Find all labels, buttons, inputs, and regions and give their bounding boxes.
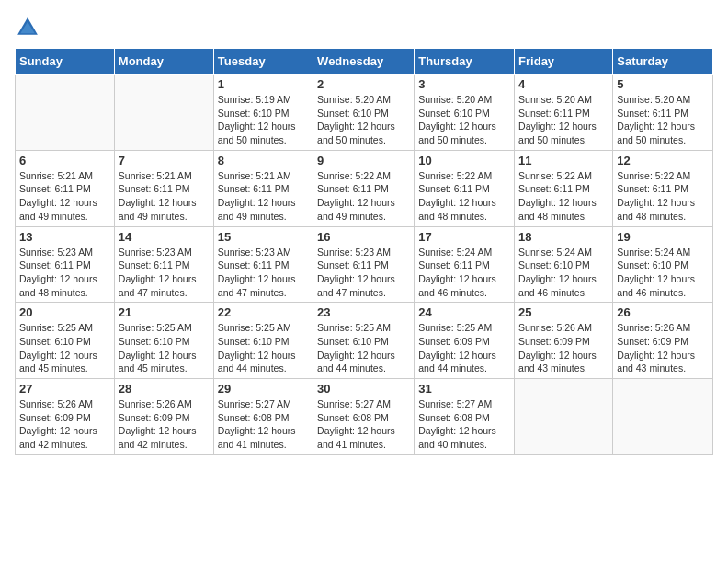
day-number: 28: [119, 382, 210, 396]
day-cell: 26Sunrise: 5:26 AMSunset: 6:09 PMDayligh…: [613, 303, 713, 379]
day-cell: [515, 379, 613, 455]
week-row-0: 1Sunrise: 5:19 AMSunset: 6:10 PMDaylight…: [16, 75, 713, 151]
day-number: 31: [418, 382, 510, 396]
day-cell: [613, 379, 713, 455]
day-cell: 3Sunrise: 5:20 AMSunset: 6:10 PMDaylight…: [415, 75, 515, 151]
day-info: Sunrise: 5:26 AMSunset: 6:09 PMDaylight:…: [518, 321, 609, 375]
day-info: Sunrise: 5:25 AMSunset: 6:10 PMDaylight:…: [317, 321, 410, 375]
week-row-4: 27Sunrise: 5:26 AMSunset: 6:09 PMDayligh…: [16, 379, 713, 455]
day-number: 21: [119, 305, 210, 319]
day-info: Sunrise: 5:20 AMSunset: 6:10 PMDaylight:…: [418, 93, 510, 147]
day-cell: 22Sunrise: 5:25 AMSunset: 6:10 PMDayligh…: [213, 303, 313, 379]
day-number: 9: [317, 154, 410, 167]
day-cell: 14Sunrise: 5:23 AMSunset: 6:11 PMDayligh…: [114, 226, 213, 303]
day-cell: 20Sunrise: 5:25 AMSunset: 6:10 PMDayligh…: [16, 303, 115, 379]
day-cell: [16, 75, 115, 151]
week-row-1: 6Sunrise: 5:21 AMSunset: 6:11 PMDaylight…: [16, 150, 713, 226]
day-cell: 18Sunrise: 5:24 AMSunset: 6:10 PMDayligh…: [515, 226, 613, 303]
day-number: 19: [617, 230, 709, 244]
day-cell: 27Sunrise: 5:26 AMSunset: 6:09 PMDayligh…: [16, 379, 115, 455]
day-info: Sunrise: 5:26 AMSunset: 6:09 PMDaylight:…: [617, 321, 709, 375]
day-number: 26: [617, 305, 709, 319]
day-cell: 17Sunrise: 5:24 AMSunset: 6:11 PMDayligh…: [415, 226, 515, 303]
day-number: 24: [418, 305, 510, 319]
day-cell: 9Sunrise: 5:22 AMSunset: 6:11 PMDaylight…: [313, 150, 415, 226]
calendar-table: SundayMondayTuesdayWednesdayThursdayFrid…: [15, 48, 713, 455]
day-number: 18: [518, 230, 609, 244]
header-row: SundayMondayTuesdayWednesdayThursdayFrid…: [16, 49, 713, 75]
day-cell: 8Sunrise: 5:21 AMSunset: 6:11 PMDaylight…: [213, 150, 313, 226]
day-info: Sunrise: 5:27 AMSunset: 6:08 PMDaylight:…: [218, 397, 309, 452]
page-header: [15, 15, 713, 40]
day-cell: 30Sunrise: 5:27 AMSunset: 6:08 PMDayligh…: [313, 379, 415, 455]
day-number: 8: [218, 154, 309, 167]
day-number: 27: [19, 382, 110, 396]
day-cell: 25Sunrise: 5:26 AMSunset: 6:09 PMDayligh…: [515, 303, 613, 379]
header-monday: Monday: [114, 49, 213, 75]
day-number: 29: [218, 382, 309, 396]
day-info: Sunrise: 5:27 AMSunset: 6:08 PMDaylight:…: [418, 397, 510, 452]
logo: [15, 15, 44, 40]
day-info: Sunrise: 5:21 AMSunset: 6:11 PMDaylight:…: [218, 169, 309, 224]
day-info: Sunrise: 5:23 AMSunset: 6:11 PMDaylight:…: [119, 246, 210, 300]
day-info: Sunrise: 5:25 AMSunset: 6:10 PMDaylight:…: [19, 321, 110, 375]
day-info: Sunrise: 5:25 AMSunset: 6:10 PMDaylight:…: [218, 321, 309, 375]
day-cell: 28Sunrise: 5:26 AMSunset: 6:09 PMDayligh…: [114, 379, 213, 455]
calendar-header: SundayMondayTuesdayWednesdayThursdayFrid…: [16, 49, 713, 75]
day-number: 23: [317, 305, 410, 319]
day-cell: 23Sunrise: 5:25 AMSunset: 6:10 PMDayligh…: [313, 303, 415, 379]
day-number: 12: [617, 154, 709, 167]
day-cell: 29Sunrise: 5:27 AMSunset: 6:08 PMDayligh…: [213, 379, 313, 455]
day-number: 25: [518, 305, 609, 319]
day-cell: 10Sunrise: 5:22 AMSunset: 6:11 PMDayligh…: [415, 150, 515, 226]
day-info: Sunrise: 5:26 AMSunset: 6:09 PMDaylight:…: [119, 397, 210, 452]
day-number: 30: [317, 382, 410, 396]
day-number: 1: [218, 77, 309, 91]
day-number: 3: [418, 77, 510, 91]
day-number: 11: [518, 154, 609, 167]
day-info: Sunrise: 5:24 AMSunset: 6:11 PMDaylight:…: [418, 246, 510, 300]
day-info: Sunrise: 5:25 AMSunset: 6:10 PMDaylight:…: [119, 321, 210, 375]
day-cell: 11Sunrise: 5:22 AMSunset: 6:11 PMDayligh…: [515, 150, 613, 226]
day-number: 14: [119, 230, 210, 244]
header-saturday: Saturday: [613, 49, 713, 75]
day-cell: 19Sunrise: 5:24 AMSunset: 6:10 PMDayligh…: [613, 226, 713, 303]
day-cell: 21Sunrise: 5:25 AMSunset: 6:10 PMDayligh…: [114, 303, 213, 379]
header-sunday: Sunday: [16, 49, 115, 75]
day-info: Sunrise: 5:26 AMSunset: 6:09 PMDaylight:…: [19, 397, 110, 452]
header-wednesday: Wednesday: [313, 49, 415, 75]
day-cell: 31Sunrise: 5:27 AMSunset: 6:08 PMDayligh…: [415, 379, 515, 455]
day-number: 6: [19, 154, 110, 167]
day-info: Sunrise: 5:24 AMSunset: 6:10 PMDaylight:…: [617, 246, 709, 300]
day-info: Sunrise: 5:20 AMSunset: 6:11 PMDaylight:…: [617, 93, 709, 147]
day-info: Sunrise: 5:21 AMSunset: 6:11 PMDaylight:…: [119, 169, 210, 224]
day-info: Sunrise: 5:23 AMSunset: 6:11 PMDaylight:…: [19, 246, 110, 300]
day-cell: 4Sunrise: 5:20 AMSunset: 6:11 PMDaylight…: [515, 75, 613, 151]
week-row-3: 20Sunrise: 5:25 AMSunset: 6:10 PMDayligh…: [16, 303, 713, 379]
day-number: 2: [317, 77, 410, 91]
day-number: 16: [317, 230, 410, 244]
day-info: Sunrise: 5:27 AMSunset: 6:08 PMDaylight:…: [317, 397, 410, 452]
day-number: 22: [218, 305, 309, 319]
day-info: Sunrise: 5:22 AMSunset: 6:11 PMDaylight:…: [418, 169, 510, 224]
day-cell: 15Sunrise: 5:23 AMSunset: 6:11 PMDayligh…: [213, 226, 313, 303]
header-thursday: Thursday: [415, 49, 515, 75]
day-cell: 2Sunrise: 5:20 AMSunset: 6:10 PMDaylight…: [313, 75, 415, 151]
day-number: 7: [119, 154, 210, 167]
header-friday: Friday: [515, 49, 613, 75]
day-number: 17: [418, 230, 510, 244]
day-info: Sunrise: 5:20 AMSunset: 6:11 PMDaylight:…: [518, 93, 609, 147]
day-number: 5: [617, 77, 709, 91]
day-cell: [114, 75, 213, 151]
day-number: 15: [218, 230, 309, 244]
day-number: 20: [19, 305, 110, 319]
day-info: Sunrise: 5:22 AMSunset: 6:11 PMDaylight:…: [518, 169, 609, 224]
day-info: Sunrise: 5:22 AMSunset: 6:11 PMDaylight:…: [317, 169, 410, 224]
day-info: Sunrise: 5:19 AMSunset: 6:10 PMDaylight:…: [218, 93, 309, 147]
day-cell: 13Sunrise: 5:23 AMSunset: 6:11 PMDayligh…: [16, 226, 115, 303]
day-number: 10: [418, 154, 510, 167]
day-cell: 1Sunrise: 5:19 AMSunset: 6:10 PMDaylight…: [213, 75, 313, 151]
calendar-body: 1Sunrise: 5:19 AMSunset: 6:10 PMDaylight…: [16, 75, 713, 455]
day-cell: 6Sunrise: 5:21 AMSunset: 6:11 PMDaylight…: [16, 150, 115, 226]
header-tuesday: Tuesday: [213, 49, 313, 75]
